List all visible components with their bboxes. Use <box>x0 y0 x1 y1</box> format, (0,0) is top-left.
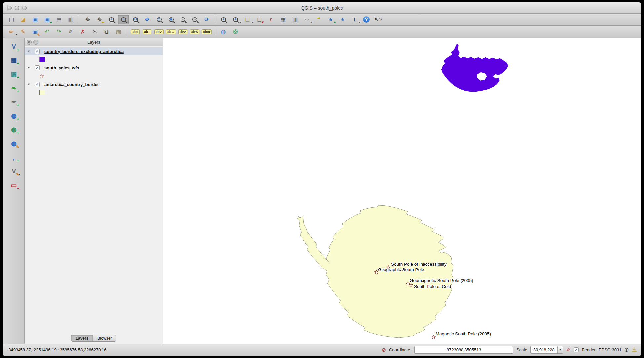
open-project-button[interactable]: ◪ <box>18 15 29 24</box>
layer-visibility-checkbox[interactable] <box>35 49 40 54</box>
pan-map-icon: ✥ <box>85 17 90 22</box>
feature-action-button[interactable]: ✦▾ <box>230 15 241 24</box>
layer-visibility-checkbox[interactable] <box>35 82 40 87</box>
add-spatialite-layer-button[interactable]: ❧+ <box>8 82 20 93</box>
maximize-window-button[interactable] <box>22 6 27 10</box>
panel-close-button[interactable]: ✕ <box>27 40 32 45</box>
toolbar-separator <box>215 28 215 36</box>
add-wms-layer-button[interactable]: ◍+ <box>8 110 20 121</box>
current-edits-button[interactable]: ✏▾ <box>6 27 17 37</box>
scale-dropdown-icon[interactable]: ▼ <box>557 346 563 353</box>
pan-map-button[interactable]: ✥ <box>82 15 93 24</box>
move-label-button[interactable]: ab↔ <box>165 27 177 37</box>
simplify-feature-button[interactable]: ✐ <box>65 27 76 37</box>
expression-select-button[interactable]: ε <box>265 15 277 24</box>
rotate-label-button[interactable]: ab⟳ <box>177 27 188 37</box>
layer-visibility-checkbox[interactable] <box>35 65 40 70</box>
layer-item[interactable]: ▼antarctica_country_border <box>25 80 163 88</box>
open-attribute-table-button[interactable]: ▦ <box>277 15 289 24</box>
layer-expand-toggle[interactable]: ▼ <box>27 83 33 86</box>
identify-features-button[interactable]: i <box>218 15 229 24</box>
panel-tab-browser[interactable]: Browser <box>93 335 116 342</box>
new-shapefile-layer-button[interactable]: V✎▾ <box>8 165 20 177</box>
add-postgis-layer-button[interactable]: ▩+ <box>8 68 20 80</box>
add-delimited-text-button[interactable]: ,+ <box>8 152 20 163</box>
deselect-features-button[interactable]: ◻✗ <box>254 15 265 24</box>
show-bookmarks-button[interactable]: ★ <box>337 15 348 24</box>
layer-item[interactable]: ▼south_poles_wfs <box>25 64 163 72</box>
whats-this-button[interactable]: ↖? <box>373 15 384 24</box>
labeling-button[interactable]: abc <box>130 27 141 37</box>
antarctica-polygon <box>297 205 453 338</box>
layer-symbol-swatch[interactable] <box>39 90 45 95</box>
show-hidden-labels-button[interactable]: ab✓ <box>153 27 165 37</box>
layer-item[interactable]: ▼country_borders_excluding_antarctica <box>25 47 163 55</box>
new-bookmark-button[interactable]: ★+ <box>325 15 336 24</box>
python-console-button[interactable]: ❂ <box>230 27 241 37</box>
new-print-composer-button[interactable]: ▤ <box>53 15 64 24</box>
zoom-out-button[interactable]: − <box>118 15 129 24</box>
save-edits-button[interactable]: ▣✎ <box>29 27 41 37</box>
remove-layer-button[interactable]: ▭− <box>8 179 20 191</box>
map-canvas[interactable]: South Pole of InaccessibilityGeographic … <box>163 38 641 344</box>
save-project-as-button[interactable]: ▣+ <box>41 15 53 24</box>
copy-features-button[interactable]: ⧉ <box>101 27 112 37</box>
add-vector-layer-button[interactable]: V+ <box>8 41 20 52</box>
render-checkbox[interactable] <box>574 347 579 352</box>
change-label-button[interactable]: ab✎ <box>189 27 200 37</box>
feature-action-icon: ✦ <box>233 17 238 22</box>
epsg-label: EPSG:3031 <box>599 347 622 352</box>
zoom-full-button[interactable]: ✥ <box>141 15 153 24</box>
undo-button[interactable]: ↶ <box>41 27 53 37</box>
map-tips-button[interactable]: ❝ <box>313 15 324 24</box>
label-properties-button[interactable]: abc▾ <box>201 27 212 37</box>
dropdown-caret-icon: ▾ <box>311 21 312 24</box>
cut-features-button[interactable]: ✂ <box>89 27 100 37</box>
paint-icon[interactable]: ✐ <box>566 347 571 353</box>
layer-symbol-star[interactable]: ☆ <box>39 73 44 79</box>
refresh-map-button[interactable]: ⟳ <box>201 15 212 24</box>
delete-selected-button[interactable]: ✗ <box>77 27 88 37</box>
add-wcs-layer-button[interactable]: ◍+ <box>8 124 20 135</box>
toggle-editing-icon: ✎ <box>21 29 25 35</box>
select-features-button[interactable]: ◻▾ <box>242 15 253 24</box>
zoom-last-button[interactable]: ← <box>177 15 188 24</box>
toggle-editing-button[interactable]: ✎ <box>18 27 29 37</box>
save-project-button[interactable]: ▣ <box>29 15 41 24</box>
crs-status-icon[interactable]: ⊕ <box>624 347 629 353</box>
zoom-last-icon: ← <box>181 17 185 22</box>
pin-labels-button[interactable]: ab+ <box>141 27 153 37</box>
redo-button[interactable]: ↷ <box>53 27 64 37</box>
messages-log-icon[interactable]: ⚠ <box>632 347 637 353</box>
close-window-button[interactable] <box>7 6 12 10</box>
layer-expand-toggle[interactable]: ▼ <box>27 50 33 53</box>
add-wfs-layer-button[interactable]: ◍✎ <box>8 138 20 149</box>
add-wms-layer-icon: ◍ <box>11 113 17 119</box>
text-annotation-button[interactable]: T▾ <box>349 15 360 24</box>
paste-features-button[interactable]: ▧ <box>113 27 124 37</box>
stop-render-icon[interactable]: ⊘ <box>382 347 386 353</box>
measure-button[interactable]: ▱▾ <box>301 15 312 24</box>
globe-plugin-button[interactable]: ◍ <box>218 27 229 37</box>
scale-combo[interactable]: 30,918,228 ▼ <box>530 346 563 354</box>
zoom-native-button[interactable]: 1:1 <box>130 15 141 24</box>
zoom-in-button[interactable]: + <box>106 15 117 24</box>
layer-symbol-row <box>25 88 163 97</box>
zoom-to-layer-button[interactable]: ▤ <box>165 15 177 24</box>
cut-features-icon: ✂ <box>92 29 97 35</box>
panel-tab-layers[interactable]: Layers <box>71 335 93 342</box>
add-mssql-layer-button[interactable]: ✒+ <box>8 96 20 107</box>
help-button[interactable]: ? <box>361 15 372 24</box>
panel-detach-button[interactable]: ◳ <box>33 40 38 45</box>
zoom-next-button[interactable]: → <box>189 15 200 24</box>
pan-to-selection-button[interactable]: ✥✦ <box>94 15 105 24</box>
coordinate-input[interactable] <box>414 346 513 354</box>
minimize-window-button[interactable] <box>15 6 19 10</box>
layer-symbol-swatch[interactable] <box>39 57 45 62</box>
composer-manager-button[interactable]: ▥ <box>65 15 76 24</box>
new-project-button[interactable]: ▢ <box>6 15 17 24</box>
histogram-button[interactable]: ▥ <box>289 15 301 24</box>
layer-expand-toggle[interactable]: ▼ <box>27 66 33 69</box>
add-raster-layer-button[interactable]: ▦+ <box>8 54 20 66</box>
zoom-to-selection-button[interactable]: ▢ <box>153 15 165 24</box>
